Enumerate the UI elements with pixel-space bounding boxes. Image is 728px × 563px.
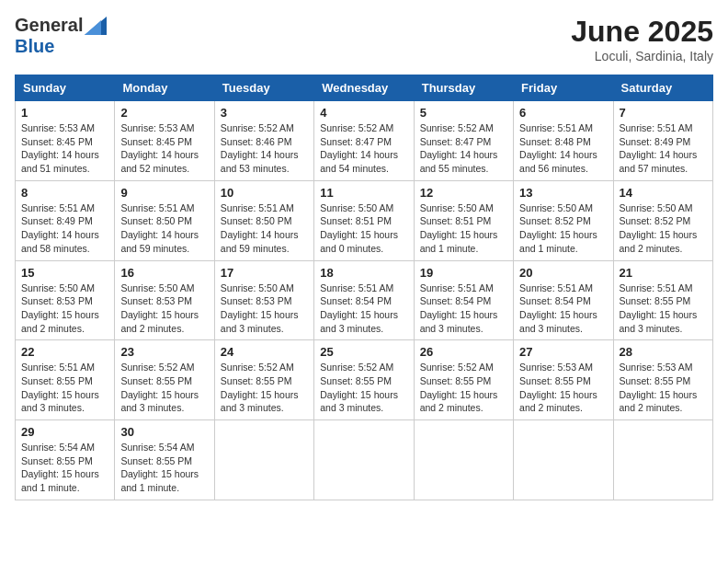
day-number: 18 bbox=[320, 266, 407, 280]
calendar-cell: 12Sunrise: 5:50 AM Sunset: 8:51 PM Dayli… bbox=[414, 180, 513, 260]
day-number: 29 bbox=[21, 425, 108, 439]
day-number: 23 bbox=[120, 345, 208, 359]
calendar-cell: 1Sunrise: 5:53 AM Sunset: 8:45 PM Daylig… bbox=[16, 101, 115, 181]
calendar-cell: 19Sunrise: 5:51 AM Sunset: 8:54 PM Dayli… bbox=[414, 260, 513, 340]
day-number: 12 bbox=[420, 186, 507, 200]
day-info: Sunrise: 5:51 AM Sunset: 8:49 PM Dayligh… bbox=[21, 201, 108, 256]
day-info: Sunrise: 5:50 AM Sunset: 8:53 PM Dayligh… bbox=[221, 282, 308, 336]
day-number: 2 bbox=[120, 106, 208, 120]
logo-general-text: General bbox=[15, 15, 83, 36]
day-info: Sunrise: 5:51 AM Sunset: 8:49 PM Dayligh… bbox=[620, 121, 707, 176]
day-number: 16 bbox=[120, 266, 208, 280]
day-number: 15 bbox=[21, 266, 108, 280]
day-info: Sunrise: 5:51 AM Sunset: 8:55 PM Dayligh… bbox=[21, 361, 108, 415]
day-number: 22 bbox=[21, 345, 108, 359]
calendar-cell: 15Sunrise: 5:50 AM Sunset: 8:53 PM Dayli… bbox=[16, 260, 115, 340]
calendar-cell: 5Sunrise: 5:52 AM Sunset: 8:47 PM Daylig… bbox=[414, 101, 513, 181]
day-info: Sunrise: 5:51 AM Sunset: 8:55 PM Dayligh… bbox=[620, 282, 707, 336]
calendar-cell: 3Sunrise: 5:52 AM Sunset: 8:46 PM Daylig… bbox=[214, 101, 313, 181]
day-number: 26 bbox=[420, 345, 507, 359]
month-title: June 2025 bbox=[571, 15, 713, 49]
title-block: June 2025 Loculi, Sardinia, Italy bbox=[571, 15, 713, 63]
calendar-cell: 18Sunrise: 5:51 AM Sunset: 8:54 PM Dayli… bbox=[314, 260, 414, 340]
calendar-cell: 22Sunrise: 5:51 AM Sunset: 8:55 PM Dayli… bbox=[16, 340, 115, 420]
calendar-cell: 2Sunrise: 5:53 AM Sunset: 8:45 PM Daylig… bbox=[115, 101, 214, 181]
calendar-cell: 20Sunrise: 5:51 AM Sunset: 8:54 PM Dayli… bbox=[514, 260, 613, 340]
day-number: 24 bbox=[221, 345, 308, 359]
calendar-cell bbox=[613, 420, 712, 500]
day-number: 4 bbox=[320, 106, 407, 120]
calendar-cell: 6Sunrise: 5:51 AM Sunset: 8:48 PM Daylig… bbox=[514, 101, 613, 181]
weekday-header-row: SundayMondayTuesdayWednesdayThursdayFrid… bbox=[16, 75, 713, 101]
week-row-3: 15Sunrise: 5:50 AM Sunset: 8:53 PM Dayli… bbox=[16, 260, 713, 340]
week-row-1: 1Sunrise: 5:53 AM Sunset: 8:45 PM Daylig… bbox=[16, 101, 713, 181]
day-number: 3 bbox=[221, 106, 308, 120]
weekday-header-thursday: Thursday bbox=[414, 75, 513, 101]
day-info: Sunrise: 5:53 AM Sunset: 8:45 PM Dayligh… bbox=[120, 121, 208, 176]
calendar-cell: 23Sunrise: 5:52 AM Sunset: 8:55 PM Dayli… bbox=[115, 340, 214, 420]
calendar-cell: 30Sunrise: 5:54 AM Sunset: 8:55 PM Dayli… bbox=[115, 420, 214, 500]
logo: General Blue bbox=[15, 15, 107, 57]
calendar-cell: 27Sunrise: 5:53 AM Sunset: 8:55 PM Dayli… bbox=[514, 340, 613, 420]
calendar-cell: 24Sunrise: 5:52 AM Sunset: 8:55 PM Dayli… bbox=[214, 340, 313, 420]
day-info: Sunrise: 5:52 AM Sunset: 8:47 PM Dayligh… bbox=[420, 121, 507, 176]
calendar-cell: 28Sunrise: 5:53 AM Sunset: 8:55 PM Dayli… bbox=[613, 340, 712, 420]
day-info: Sunrise: 5:50 AM Sunset: 8:51 PM Dayligh… bbox=[320, 201, 407, 256]
day-number: 17 bbox=[221, 266, 308, 280]
calendar-cell: 10Sunrise: 5:51 AM Sunset: 8:50 PM Dayli… bbox=[214, 180, 313, 260]
day-info: Sunrise: 5:53 AM Sunset: 8:55 PM Dayligh… bbox=[620, 361, 707, 415]
day-info: Sunrise: 5:52 AM Sunset: 8:46 PM Dayligh… bbox=[221, 121, 308, 176]
day-info: Sunrise: 5:52 AM Sunset: 8:55 PM Dayligh… bbox=[120, 361, 208, 415]
day-number: 9 bbox=[120, 186, 208, 200]
calendar-cell: 21Sunrise: 5:51 AM Sunset: 8:55 PM Dayli… bbox=[613, 260, 712, 340]
day-info: Sunrise: 5:50 AM Sunset: 8:53 PM Dayligh… bbox=[21, 282, 108, 336]
week-row-5: 29Sunrise: 5:54 AM Sunset: 8:55 PM Dayli… bbox=[16, 420, 713, 500]
calendar-cell bbox=[314, 420, 414, 500]
day-info: Sunrise: 5:52 AM Sunset: 8:47 PM Dayligh… bbox=[320, 121, 407, 176]
day-number: 6 bbox=[519, 106, 607, 120]
calendar-cell: 26Sunrise: 5:52 AM Sunset: 8:55 PM Dayli… bbox=[414, 340, 513, 420]
calendar-cell: 8Sunrise: 5:51 AM Sunset: 8:49 PM Daylig… bbox=[16, 180, 115, 260]
calendar-cell: 9Sunrise: 5:51 AM Sunset: 8:50 PM Daylig… bbox=[115, 180, 214, 260]
day-number: 25 bbox=[320, 345, 407, 359]
day-number: 10 bbox=[221, 186, 308, 200]
day-info: Sunrise: 5:50 AM Sunset: 8:53 PM Dayligh… bbox=[120, 282, 208, 336]
calendar-cell: 11Sunrise: 5:50 AM Sunset: 8:51 PM Dayli… bbox=[314, 180, 414, 260]
page-header: General Blue June 2025 Loculi, Sardinia,… bbox=[15, 15, 713, 63]
day-number: 1 bbox=[21, 106, 108, 120]
calendar-cell: 4Sunrise: 5:52 AM Sunset: 8:47 PM Daylig… bbox=[314, 101, 414, 181]
calendar-cell: 25Sunrise: 5:52 AM Sunset: 8:55 PM Dayli… bbox=[314, 340, 414, 420]
week-row-2: 8Sunrise: 5:51 AM Sunset: 8:49 PM Daylig… bbox=[16, 180, 713, 260]
weekday-header-tuesday: Tuesday bbox=[214, 75, 313, 101]
calendar-cell bbox=[214, 420, 313, 500]
day-info: Sunrise: 5:50 AM Sunset: 8:52 PM Dayligh… bbox=[519, 201, 607, 256]
weekday-header-wednesday: Wednesday bbox=[314, 75, 414, 101]
calendar-cell: 29Sunrise: 5:54 AM Sunset: 8:55 PM Dayli… bbox=[16, 420, 115, 500]
day-number: 11 bbox=[320, 186, 407, 200]
svg-marker-1 bbox=[85, 20, 101, 35]
logo-icon bbox=[85, 17, 107, 35]
day-number: 30 bbox=[120, 425, 208, 439]
weekday-header-monday: Monday bbox=[115, 75, 214, 101]
day-info: Sunrise: 5:54 AM Sunset: 8:55 PM Dayligh… bbox=[21, 441, 108, 495]
day-number: 27 bbox=[519, 345, 607, 359]
day-number: 8 bbox=[21, 186, 108, 200]
day-info: Sunrise: 5:53 AM Sunset: 8:55 PM Dayligh… bbox=[519, 361, 607, 415]
week-row-4: 22Sunrise: 5:51 AM Sunset: 8:55 PM Dayli… bbox=[16, 340, 713, 420]
calendar-cell: 13Sunrise: 5:50 AM Sunset: 8:52 PM Dayli… bbox=[514, 180, 613, 260]
calendar-table: SundayMondayTuesdayWednesdayThursdayFrid… bbox=[15, 75, 713, 500]
logo-blue-text: Blue bbox=[15, 36, 54, 57]
day-number: 20 bbox=[519, 266, 607, 280]
day-info: Sunrise: 5:51 AM Sunset: 8:48 PM Dayligh… bbox=[519, 121, 607, 176]
day-info: Sunrise: 5:51 AM Sunset: 8:54 PM Dayligh… bbox=[320, 282, 407, 336]
day-info: Sunrise: 5:53 AM Sunset: 8:45 PM Dayligh… bbox=[21, 121, 108, 176]
day-info: Sunrise: 5:54 AM Sunset: 8:55 PM Dayligh… bbox=[120, 441, 208, 495]
calendar-cell: 16Sunrise: 5:50 AM Sunset: 8:53 PM Dayli… bbox=[115, 260, 214, 340]
day-info: Sunrise: 5:52 AM Sunset: 8:55 PM Dayligh… bbox=[221, 361, 308, 415]
day-info: Sunrise: 5:51 AM Sunset: 8:54 PM Dayligh… bbox=[420, 282, 507, 336]
weekday-header-sunday: Sunday bbox=[16, 75, 115, 101]
weekday-header-saturday: Saturday bbox=[613, 75, 712, 101]
day-info: Sunrise: 5:52 AM Sunset: 8:55 PM Dayligh… bbox=[320, 361, 407, 415]
day-info: Sunrise: 5:51 AM Sunset: 8:50 PM Dayligh… bbox=[120, 201, 208, 256]
calendar-cell bbox=[414, 420, 513, 500]
